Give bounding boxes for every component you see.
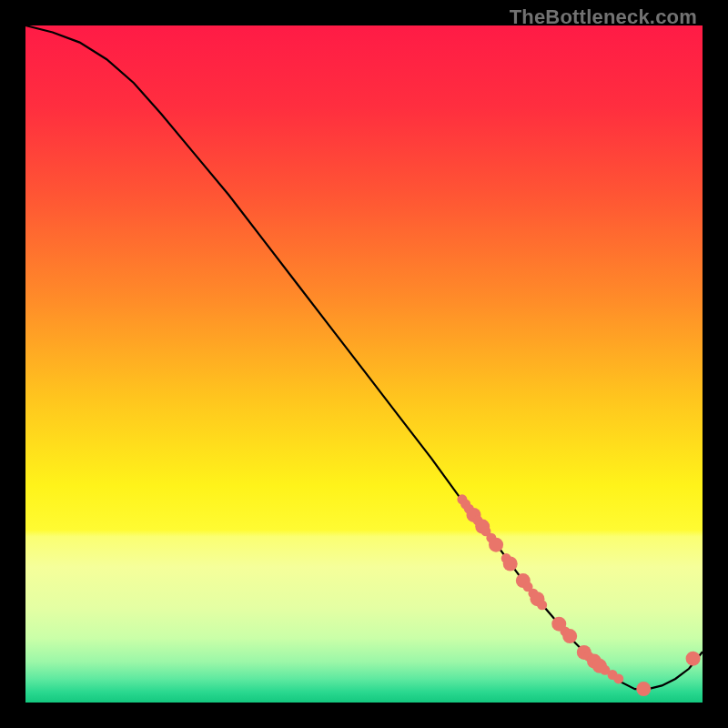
curve-layer [25,25,703,703]
highlight-dot [537,600,547,610]
bottleneck-curve [25,25,703,689]
highlight-dot [503,556,518,571]
highlight-dot [613,673,623,683]
plot-area [25,25,703,703]
chart-stage: TheBottleneck.com [0,0,728,728]
watermark-label: TheBottleneck.com [510,5,697,29]
highlight-dot [636,682,651,696]
highlight-dot [489,538,503,552]
highlight-dots [457,494,700,696]
highlight-dot [562,629,577,643]
highlight-dot [686,652,701,666]
